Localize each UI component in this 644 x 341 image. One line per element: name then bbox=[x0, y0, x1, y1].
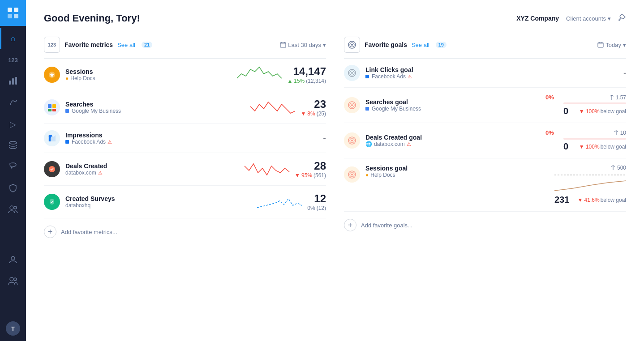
target-icon bbox=[609, 95, 614, 100]
surveys-info: Created Surveys databoxhq bbox=[65, 195, 252, 209]
impressions-value-group: - bbox=[323, 133, 326, 144]
goals-title: Favorite goals bbox=[365, 41, 407, 48]
deals-goal-info: Deals Created goal 🌐 databox.com ⚠ bbox=[365, 134, 540, 147]
surveys-value: 12 bbox=[307, 192, 326, 205]
svg-rect-5 bbox=[12, 78, 14, 85]
svg-rect-26 bbox=[598, 43, 603, 47]
sidebar: ⌂ 123 ▷ bbox=[0, 0, 26, 341]
surveys-value-group: 12 0% (12) bbox=[307, 192, 326, 211]
metrics-section-header: 123 Favorite metrics See all 21 Last 30 … bbox=[44, 37, 326, 59]
sidebar-item-metrics[interactable]: 123 bbox=[0, 49, 26, 71]
sessions-goal-info: Sessions goal ● Help Docs bbox=[365, 165, 540, 178]
charts-icon bbox=[9, 76, 17, 87]
target2-icon bbox=[614, 130, 619, 136]
svg-point-9 bbox=[14, 206, 17, 209]
sidebar-item-videos[interactable]: ▷ bbox=[0, 114, 26, 135]
goals-section: Favorite goals See all 19 Today ▾ bbox=[344, 37, 626, 245]
deals-warning-icon: ⚠ bbox=[98, 170, 103, 176]
goals-section-header: Favorite goals See all 19 Today ▾ bbox=[344, 37, 626, 59]
deals-source: databox.com ⚠ bbox=[65, 170, 239, 176]
sidebar-item-user[interactable] bbox=[0, 250, 26, 271]
sidebar-item-shield[interactable] bbox=[0, 178, 26, 200]
surveys-source: databoxhq bbox=[65, 202, 252, 209]
goals-see-all[interactable]: See all bbox=[412, 42, 429, 48]
surveys-change: 0% (12) bbox=[307, 205, 326, 211]
searches-name: Searches bbox=[65, 101, 245, 108]
sessions-source: ●Help Docs bbox=[65, 75, 232, 81]
link-clicks-source: Facebook Ads ⚠ bbox=[365, 73, 540, 80]
svg-point-10 bbox=[11, 256, 15, 260]
sidebar-item-messages[interactable] bbox=[0, 157, 26, 178]
sidebar-item-team[interactable] bbox=[0, 200, 26, 221]
client-accounts-dropdown[interactable]: Client accounts ▾ bbox=[566, 15, 611, 22]
deals-name: Deals Created bbox=[65, 162, 239, 170]
goals-date-filter[interactable]: Today ▾ bbox=[597, 42, 626, 48]
logo[interactable] bbox=[0, 0, 26, 26]
team2-icon bbox=[8, 277, 18, 288]
searches-goal-stats: 0% 1.57 0 ▼ 100% below goal bbox=[545, 94, 626, 116]
searches-info: Searches Google My Business bbox=[65, 101, 245, 114]
add-metrics-icon: + bbox=[44, 226, 56, 238]
sessions-value-group: 14,147 ▲ 15% (12,314) bbox=[287, 65, 326, 84]
metrics-see-all[interactable]: See all bbox=[117, 42, 135, 48]
sessions-value: 14,147 bbox=[287, 65, 326, 78]
header-right: XYZ Company Client accounts ▾ bbox=[516, 13, 626, 23]
searches-goal-name: Searches goal bbox=[365, 98, 540, 106]
sessions-goal-icon bbox=[344, 166, 360, 183]
add-metrics-row[interactable]: + Add favorite metrics... bbox=[44, 218, 326, 245]
link-clicks-stats: - bbox=[545, 68, 626, 78]
sidebar-item-charts[interactable] bbox=[0, 71, 26, 92]
goals-count-badge: 19 bbox=[436, 42, 447, 48]
deals-info: Deals Created databox.com ⚠ bbox=[65, 162, 239, 176]
sessions-goal-name: Sessions goal bbox=[365, 165, 540, 172]
svg-point-11 bbox=[10, 277, 13, 281]
link-clicks-icon bbox=[344, 65, 360, 81]
svg-rect-20 bbox=[48, 109, 52, 111]
user-avatar[interactable]: T bbox=[6, 321, 20, 336]
sidebar-item-goals[interactable] bbox=[0, 92, 26, 114]
searches-change: ▼ 8% (25) bbox=[301, 111, 326, 117]
date-chevron-icon: ▾ bbox=[323, 42, 326, 48]
deals-goal-value: 0 bbox=[563, 141, 568, 152]
goals-section-icon bbox=[344, 37, 360, 53]
metrics-title: Favorite metrics bbox=[64, 41, 113, 48]
deals-change: ▼ 95% (561) bbox=[295, 172, 326, 179]
surveys-chart bbox=[257, 192, 302, 212]
goals-icon bbox=[9, 98, 17, 109]
svg-point-35 bbox=[351, 104, 353, 106]
svg-point-32 bbox=[351, 72, 353, 74]
metric-row-surveys: Created Surveys databoxhq 12 0% (12) bbox=[44, 186, 326, 218]
add-goals-row[interactable]: + Add favorite goals... bbox=[344, 212, 626, 239]
home-icon: ⌂ bbox=[11, 34, 16, 43]
svg-rect-1 bbox=[14, 8, 18, 12]
deals-goal-icon bbox=[344, 132, 360, 149]
metrics-icon: 123 bbox=[8, 57, 18, 64]
pin-icon[interactable] bbox=[618, 13, 626, 23]
deals-source-icon bbox=[44, 161, 60, 177]
sessions-goal-source: ● Help Docs bbox=[365, 172, 540, 178]
user-icon bbox=[9, 255, 17, 266]
main-columns: 123 Favorite metrics See all 21 Last 30 … bbox=[44, 37, 626, 245]
sidebar-item-layers[interactable] bbox=[0, 135, 26, 157]
svg-point-8 bbox=[10, 206, 13, 209]
svg-rect-13 bbox=[280, 43, 286, 47]
sessions-name: Sessions bbox=[65, 68, 232, 75]
main-content: Good Evening, Tory! XYZ Company Client a… bbox=[26, 0, 644, 341]
deals-goal-source: 🌐 databox.com ⚠ bbox=[365, 141, 540, 147]
metrics-date-filter[interactable]: Last 30 days ▾ bbox=[280, 42, 326, 48]
sidebar-item-team2[interactable] bbox=[0, 271, 26, 293]
svg-rect-2 bbox=[8, 14, 12, 18]
sidebar-item-dashboard[interactable]: ⌂ bbox=[0, 28, 26, 49]
sessions-info: Sessions ●Help Docs bbox=[65, 68, 232, 81]
searches-goal-progress bbox=[563, 102, 626, 104]
searches-value-group: 23 ▼ 8% (25) bbox=[301, 98, 326, 117]
surveys-name: Created Surveys bbox=[65, 195, 252, 202]
link-clicks-info: Link Clicks goal Facebook Ads ⚠ bbox=[365, 66, 540, 80]
metrics-title-group: 123 Favorite metrics See all 21 bbox=[44, 37, 152, 53]
add-goals-icon: + bbox=[344, 219, 356, 231]
message-icon bbox=[9, 162, 17, 173]
link-clicks-name: Link Clicks goal bbox=[365, 66, 540, 73]
add-metrics-label: Add favorite metrics... bbox=[61, 229, 117, 235]
svg-rect-18 bbox=[48, 104, 52, 108]
target3-icon bbox=[610, 165, 616, 170]
